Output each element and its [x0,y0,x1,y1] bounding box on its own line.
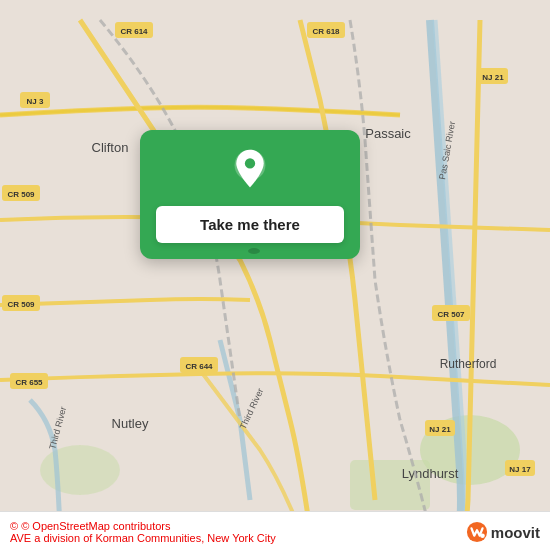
svg-text:Nutley: Nutley [112,416,149,431]
moovit-text: moovit [491,524,540,541]
svg-text:NJ 3: NJ 3 [27,97,44,106]
moovit-icon [466,521,488,543]
copyright-symbol: © [10,520,18,532]
svg-text:NJ 17: NJ 17 [509,465,531,474]
svg-point-36 [245,158,255,168]
svg-point-3 [40,445,120,495]
pin-shadow [248,248,260,254]
svg-point-38 [480,533,485,538]
take-me-there-button[interactable]: Take me there [156,206,344,243]
svg-text:CR 509: CR 509 [7,300,35,309]
location-pin-icon [226,148,274,196]
svg-text:Rutherford: Rutherford [440,357,497,371]
svg-text:NJ 21: NJ 21 [429,425,451,434]
svg-text:CR 509: CR 509 [7,190,35,199]
svg-text:CR 655: CR 655 [15,378,43,387]
moovit-logo: moovit [466,521,540,543]
attribution-text: © OpenStreetMap contributors [21,520,170,532]
map-svg: NJ 3 CR 614 CR 618 NJ 21 CR 509 CR 509 C… [0,0,550,550]
svg-text:NJ 21: NJ 21 [482,73,504,82]
map-container: NJ 3 CR 614 CR 618 NJ 21 CR 509 CR 509 C… [0,0,550,550]
svg-text:Passaic: Passaic [365,126,411,141]
svg-text:CR 644: CR 644 [185,362,213,371]
copyright-text: © © OpenStreetMap contributors AVE a div… [10,520,458,544]
svg-text:Lyndhurst: Lyndhurst [402,466,459,481]
svg-text:CR 507: CR 507 [437,310,465,319]
bottom-bar: © © OpenStreetMap contributors AVE a div… [0,511,550,550]
location-description: AVE a division of Korman Communities, Ne… [10,532,276,544]
svg-text:CR 618: CR 618 [312,27,340,36]
svg-text:Clifton: Clifton [92,140,129,155]
svg-text:CR 614: CR 614 [120,27,148,36]
card-overlay: Take me there [140,130,360,259]
